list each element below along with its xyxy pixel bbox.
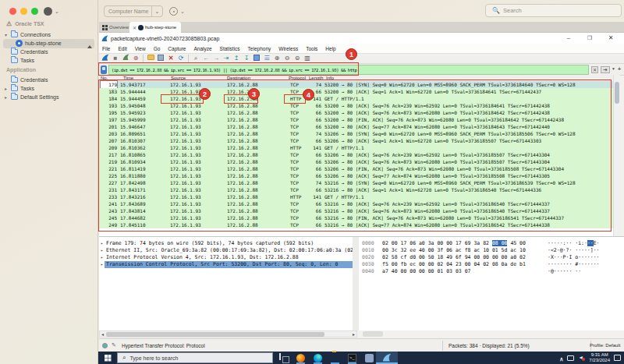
annotation-callout-2: 2 xyxy=(199,88,211,100)
first-packet-icon[interactable]: ↥ xyxy=(232,55,240,62)
detail-line[interactable]: ▸Ethernet II, Src: Oracle_69:3a:82 (00:0… xyxy=(99,247,353,254)
hex-ascii: ·····:·· ·i:···E· xyxy=(548,240,600,247)
status-profile[interactable]: Profile: Default xyxy=(590,343,620,348)
filter-dropdown-icon[interactable]: ▼ xyxy=(612,66,615,71)
back-icon[interactable]: ← xyxy=(202,55,210,62)
tray-expand-icon[interactable]: ∧ xyxy=(559,356,563,362)
sidebar-item-label: Tasks xyxy=(20,58,34,63)
sidebar: ⌄ ⚠ Oracle TSX ▾Connectionshub-step-ston… xyxy=(0,0,98,364)
goto-icon[interactable]: ⇥ xyxy=(222,55,230,62)
edge-icon[interactable] xyxy=(314,354,322,362)
zoom-reset-icon[interactable]: ⊜ xyxy=(293,55,301,62)
annotation-callout-1: 1 xyxy=(346,48,357,60)
expand-arrow-icon[interactable]: ▸ xyxy=(101,247,103,254)
resize-columns-icon[interactable]: ▥ xyxy=(303,55,311,62)
wireshark-taskbar-button[interactable] xyxy=(376,352,398,364)
chevron-right-icon[interactable]: ▸ xyxy=(5,86,9,91)
capture-options-icon[interactable]: ⊛ xyxy=(132,55,140,62)
sidebar-item-credentials[interactable]: Credentials xyxy=(2,76,97,84)
mac-close-button[interactable] xyxy=(9,8,16,15)
sidebar-item-default-settings[interactable]: ▸Default Settings xyxy=(2,93,97,101)
grid-icon[interactable] xyxy=(102,25,105,27)
colorize-icon[interactable]: ☰ xyxy=(263,55,271,62)
sidebar-item-tasks[interactable]: Tasks xyxy=(2,56,97,65)
chevron-down-icon: ⌄ xyxy=(180,9,185,15)
expand-arrow-icon[interactable]: ▸ xyxy=(101,240,103,247)
mac-minimize-button[interactable] xyxy=(20,8,27,15)
hex-offset: 0030 xyxy=(362,261,374,268)
taskbar-search[interactable]: ⌕ Type here to search xyxy=(117,352,273,363)
menu-go[interactable]: Go xyxy=(154,46,161,51)
firefox-icon[interactable] xyxy=(296,354,305,362)
zoom-out-icon[interactable]: ⊖ xyxy=(283,55,291,62)
sidebar-item-tasks[interactable]: ▸Tasks xyxy=(2,84,97,93)
task-view-icon[interactable] xyxy=(279,353,281,360)
menu-analyze[interactable]: Analyze xyxy=(193,46,211,51)
account-icon[interactable] xyxy=(44,7,52,16)
clock[interactable]: 9:31 AM 7/23/2024 xyxy=(589,352,610,363)
action-center-icon[interactable] xyxy=(614,355,621,361)
forward-icon[interactable]: → xyxy=(212,55,220,62)
start-button[interactable] xyxy=(105,355,108,358)
computer-name-select[interactable]: Computer Name ⌄ xyxy=(104,5,163,17)
menu-wireless[interactable]: Wireless xyxy=(278,46,298,51)
reload-icon[interactable]: ⟳ xyxy=(177,55,185,62)
menu-help[interactable]: Help xyxy=(325,46,335,51)
maximize-button[interactable]: ❐ xyxy=(585,34,594,43)
close-file-icon[interactable]: ✕ xyxy=(167,55,175,62)
tab-overview[interactable]: Overview xyxy=(109,22,129,33)
open-file-icon[interactable] xyxy=(147,55,154,62)
detail-line[interactable]: ▸Transmission Control Protocol, Src Port… xyxy=(99,261,353,268)
menu-capture[interactable]: Capture xyxy=(168,46,186,51)
clock-date: 7/23/2024 xyxy=(589,358,610,363)
scroll-right-arrow[interactable]: ▸ xyxy=(353,331,355,337)
detail-line[interactable]: ▸Frame 179: 74 bytes on wire (592 bits),… xyxy=(99,240,353,247)
pane-divider[interactable] xyxy=(353,236,359,330)
close-button[interactable]: ✕ xyxy=(606,34,615,43)
filter-add-button[interactable]: + xyxy=(618,66,621,72)
menu-edit[interactable]: Edit xyxy=(118,46,126,51)
zoom-in-icon[interactable]: ⊕ xyxy=(273,55,281,62)
wireshark-titlebar[interactable]: packetcapture-vtnet0-20240723085803.pcap xyxy=(99,33,624,44)
find-icon[interactable]: ⌕ xyxy=(192,55,200,62)
expand-arrow-icon[interactable]: ▸ xyxy=(101,254,103,261)
save-icon[interactable] xyxy=(157,55,165,63)
session-icon[interactable] xyxy=(169,7,178,16)
menu-statistics[interactable]: Statistics xyxy=(220,46,240,51)
taskbar-search-placeholder: Type here to search xyxy=(129,355,178,361)
expert-info-icon[interactable] xyxy=(102,343,108,348)
details-hscrollbar[interactable]: ◂ ▸ xyxy=(99,330,357,337)
menu-file[interactable]: File xyxy=(102,46,110,51)
close-icon[interactable]: ✕ xyxy=(133,25,136,30)
filter-apply-button[interactable]: ➔ xyxy=(601,66,610,73)
scrollbar-thumb[interactable] xyxy=(106,332,324,337)
remote-desktop-icon[interactable] xyxy=(365,354,374,362)
volume-muted-icon[interactable] xyxy=(578,355,585,361)
mac-zoom-button[interactable] xyxy=(31,8,38,15)
hex-hscrollbar[interactable] xyxy=(363,331,383,337)
detail-line[interactable]: ▸Internet Protocol Version 4, Src: 172.1… xyxy=(99,254,353,261)
chevron-down-icon[interactable]: ▾ xyxy=(5,32,9,37)
sidebar-item-connections[interactable]: ▾Connections xyxy=(2,30,97,39)
tab-hub-step-stone[interactable]: ✕ hub-step-stone xyxy=(129,22,181,33)
sidebar-item-hub-step-stone[interactable]: hub-step-stone xyxy=(2,39,97,48)
search-input[interactable]: 🔍 Search xyxy=(485,4,622,17)
menu-view[interactable]: View xyxy=(135,46,146,51)
autoscroll-icon[interactable] xyxy=(253,55,261,63)
system-tray: ∧ 9:31 AM 7/23/2024 xyxy=(559,352,621,364)
eject-icon[interactable] xyxy=(87,41,92,45)
scroll-left-arrow[interactable]: ◂ xyxy=(101,331,104,337)
sidebar-item-credentials[interactable]: Credentials xyxy=(2,48,97,56)
filter-clear-button[interactable]: ✕ xyxy=(591,66,598,73)
minimize-button[interactable]: – xyxy=(564,34,573,43)
chevron-right-icon[interactable]: ▸ xyxy=(5,94,9,100)
expand-arrow-icon[interactable]: ▸ xyxy=(101,261,103,268)
capture-comment-icon[interactable]: ✎ xyxy=(112,342,116,348)
menu-telephony[interactable]: Telephony xyxy=(248,46,271,51)
scrollbar-thumb[interactable] xyxy=(615,82,619,104)
menu-tools[interactable]: Tools xyxy=(306,46,317,51)
terminal-icon[interactable]: >_ xyxy=(348,354,356,362)
last-packet-icon[interactable]: ↧ xyxy=(243,55,250,62)
network-icon[interactable] xyxy=(567,355,574,361)
stop-icon[interactable]: ■ xyxy=(112,55,119,62)
